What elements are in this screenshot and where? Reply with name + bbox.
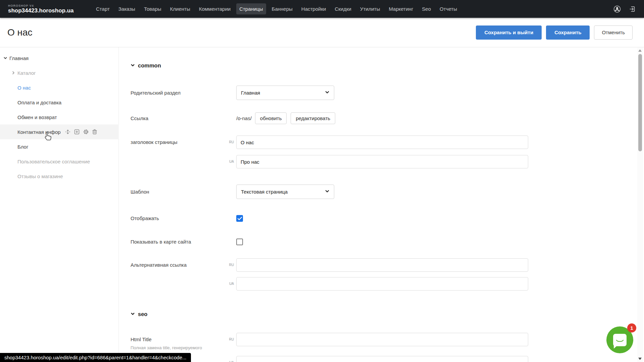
add-icon[interactable] [74, 129, 80, 135]
chevron-down-icon [131, 311, 135, 317]
alt-link-ua-input[interactable] [236, 277, 528, 291]
template-select[interactable]: Текстовая страница [236, 185, 334, 199]
trash-icon[interactable] [92, 129, 97, 135]
sidebar-item-blog[interactable]: Блог [0, 139, 118, 154]
sidebar-item-label: Отзывы о магазине [17, 173, 63, 179]
logout-icon[interactable] [629, 5, 636, 13]
chat-badge: 1 [627, 323, 636, 332]
parent-section-select[interactable]: Главная [236, 86, 334, 100]
nav-item-utilities[interactable]: Утилиты [357, 3, 383, 14]
sidebar-item-obmen-i-vozvrat[interactable]: Обмен и возврат [0, 110, 118, 124]
page-title-ua-row: UA [131, 155, 635, 168]
gear-icon[interactable] [83, 129, 89, 135]
main-nav: Старт Заказы Товары Клиенты Комментарии … [93, 3, 460, 14]
nav-item-seo[interactable]: Seo [419, 3, 434, 14]
sidebar-item-kontaktnaya-informatsiya[interactable]: Контактная инфор [0, 124, 118, 139]
sidebar-item-label: Каталог [17, 70, 36, 76]
field-label-block: Html Title Полная замена title, генериру… [131, 333, 228, 351]
link-refresh-button[interactable]: обновить [255, 112, 287, 124]
nav-item-products[interactable]: Товары [141, 3, 164, 14]
sidebar-item-label: О нас [17, 85, 31, 91]
cancel-button[interactable]: Отменить [594, 25, 633, 40]
template-row: Шаблон Текстовая страница [131, 185, 635, 199]
sidebar-item-label: Главная [9, 55, 29, 61]
page-title: О нас [7, 27, 33, 38]
display-row: Отображать [131, 215, 635, 222]
alt-link-ru-input[interactable] [236, 258, 528, 272]
nav-item-banners[interactable]: Баннеры [269, 3, 296, 14]
alt-link-ru-row: Альтернативная ссылка RU [131, 258, 635, 272]
move-icon[interactable] [65, 129, 71, 135]
app-root: HOROSHOP V4 shop34423.horoshop.ua Старт … [0, 0, 644, 362]
field-label: заголовок страницы [131, 139, 228, 146]
field-label: Показывать в карте сайта [131, 239, 228, 245]
sidebar-item-polzovatelskoe-soglashenie[interactable]: Пользовательское соглашение [0, 154, 118, 169]
tree-row-actions [65, 129, 97, 135]
field-label: Html Title [131, 337, 152, 342]
topbar-right [613, 5, 636, 13]
nav-item-comments[interactable]: Комментарии [196, 3, 234, 14]
page-title-ru-row: заголовок страницы RU [131, 136, 635, 149]
scrollbar-thumb[interactable] [638, 54, 642, 151]
html-title-ru-input[interactable] [236, 333, 528, 346]
sidebar-item-label: Блог [17, 144, 28, 150]
nav-item-start[interactable]: Старт [93, 3, 113, 14]
brand-domain: shop34423.horoshop.ua [8, 7, 84, 14]
chevron-down-icon [325, 90, 330, 96]
nav-item-reports[interactable]: Отчеты [437, 3, 460, 14]
sidebar-item-label: Обмен и возврат [17, 114, 57, 120]
nav-item-marketing[interactable]: Маркетинг [386, 3, 416, 14]
chevron-down-icon[interactable] [3, 56, 9, 60]
field-label: Ссылка [131, 115, 228, 122]
sidebar-item-glavnaya[interactable]: Главная [0, 51, 118, 65]
chat-widget-button[interactable]: 1 [606, 326, 633, 353]
page-header: О нас Сохранить и выйти Сохранить Отмени… [0, 18, 644, 47]
chevron-down-icon [325, 189, 330, 195]
header-buttons: Сохранить и выйти Сохранить Отменить [476, 25, 633, 40]
scroll-down-icon[interactable] [638, 358, 642, 360]
lang-badge-ru: RU [228, 333, 236, 346]
nav-item-clients[interactable]: Клиенты [167, 3, 193, 14]
html-title-ua-input[interactable] [236, 356, 528, 362]
link-path: /o-nas/ [236, 115, 252, 121]
scroll-up-icon[interactable] [638, 49, 642, 52]
section-title: common [138, 62, 161, 69]
chevron-down-icon [131, 62, 135, 69]
sidebar-item-o-nas[interactable]: О нас [0, 80, 118, 95]
link-edit-button[interactable]: редактировать [291, 112, 335, 124]
nav-item-settings[interactable]: Настройки [298, 3, 329, 14]
lang-badge-ua: UA [228, 155, 236, 168]
topbar: HOROSHOP V4 shop34423.horoshop.ua Старт … [0, 0, 644, 18]
chevron-right-icon[interactable] [11, 71, 17, 75]
display-checkbox[interactable] [236, 215, 243, 222]
vertical-scrollbar[interactable] [637, 47, 643, 362]
page-title-ua-input[interactable] [236, 155, 528, 168]
sidebar-item-katalog[interactable]: Каталог [0, 65, 118, 80]
field-hint: Полная замена title, генерируемого [131, 345, 228, 351]
nav-item-discounts[interactable]: Скидки [332, 3, 354, 14]
lang-badge-ua: UA [228, 277, 236, 291]
sidebar-item-otzyvy-o-magazine[interactable]: Отзывы о магазине [0, 169, 118, 184]
save-exit-button[interactable]: Сохранить и выйти [476, 25, 542, 40]
alt-link-ua-row: UA [131, 277, 635, 291]
sitemap-checkbox[interactable] [236, 239, 243, 245]
account-icon[interactable] [613, 5, 621, 13]
select-value: Текстовая страница [241, 189, 288, 195]
sidebar-item-label: Оплата и доставка [17, 100, 61, 105]
brand-version: HOROSHOP V4 [8, 4, 84, 7]
sitemap-row: Показывать в карте сайта [131, 239, 635, 245]
field-label: Альтернативная ссылка [131, 262, 228, 268]
sidebar-item-oplata-i-dostavka[interactable]: Оплата и доставка [0, 95, 118, 110]
section-seo[interactable]: seo [131, 311, 635, 317]
section-title: seo [138, 311, 147, 317]
html-title-ru-row: Html Title Полная замена title, генериру… [131, 333, 635, 351]
nav-item-pages[interactable]: Страницы [236, 3, 266, 14]
save-button[interactable]: Сохранить [546, 25, 590, 40]
sidebar-item-label: Контактная инфор [17, 129, 61, 135]
select-value: Главная [241, 90, 260, 96]
brand: HOROSHOP V4 shop34423.horoshop.ua [8, 4, 84, 14]
html-title-ua-row: UA [131, 356, 635, 362]
nav-item-orders[interactable]: Заказы [115, 3, 138, 14]
page-title-ru-input[interactable] [236, 136, 528, 149]
section-common[interactable]: common [131, 62, 635, 69]
